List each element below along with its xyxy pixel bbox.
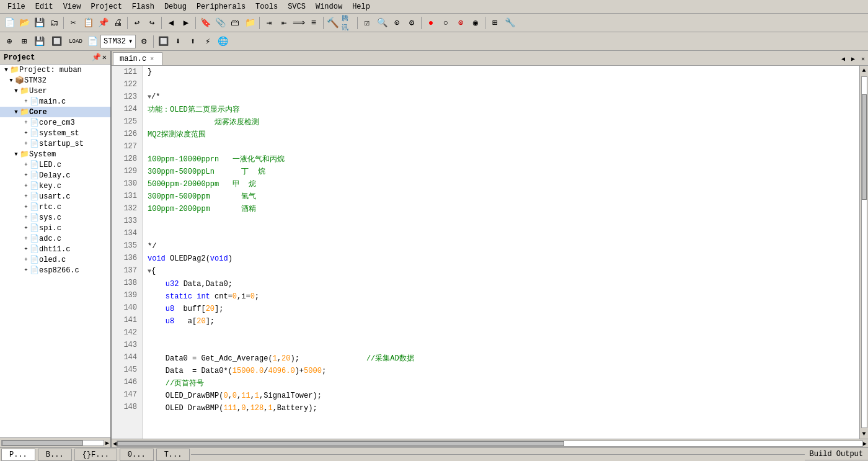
bottom-tab-0[interactable]: 0...: [120, 449, 154, 461]
menu-file[interactable]: File: [2, 1, 30, 12]
build-btn[interactable]: 🔨: [326, 16, 340, 30]
wrench-btn[interactable]: 🔧: [503, 16, 516, 30]
bookmark2-btn[interactable]: 📎: [213, 16, 227, 30]
bottom-tab-b[interactable]: B...: [38, 449, 72, 461]
expand-delay[interactable]: +: [22, 172, 30, 179]
scroll-right-btn[interactable]: ▶: [105, 439, 109, 447]
expand-rtc[interactable]: +: [22, 204, 30, 211]
tree-key[interactable]: + 📄 key.c: [0, 181, 110, 191]
code-content[interactable]: }▼/*功能：OLED第二页显示内容 烟雾浓度检测MQ2探测浓度范围100ppm…: [143, 66, 859, 439]
chip-btn[interactable]: 💾: [32, 35, 46, 48]
panel-close-btn[interactable]: ✕: [102, 53, 107, 62]
download-btn[interactable]: ⬇: [171, 35, 185, 48]
tree-main-c[interactable]: + 📄 main.c: [0, 96, 110, 107]
tree-sys[interactable]: + 📄 sys.c: [0, 212, 110, 223]
pause-btn[interactable]: ○: [439, 16, 453, 30]
bookmark4-btn[interactable]: 📁: [243, 16, 257, 30]
save-btn[interactable]: 💾: [32, 16, 46, 30]
menu-tools[interactable]: Tools: [250, 1, 283, 12]
run-btn[interactable]: ●: [424, 16, 438, 30]
menu-project[interactable]: Project: [86, 1, 126, 12]
undo-btn[interactable]: ↩: [130, 16, 144, 30]
tab-right-arrow[interactable]: ▶: [848, 53, 858, 65]
expand-root[interactable]: ▼: [2, 66, 10, 74]
outdent-btn[interactable]: ⇤: [277, 16, 291, 30]
settings-btn[interactable]: ⚙: [405, 16, 418, 30]
check-btn[interactable]: ☑: [360, 16, 374, 30]
file-btn[interactable]: 📄: [86, 35, 99, 48]
bottom-tab-t[interactable]: T...: [156, 449, 190, 461]
expand-spi[interactable]: +: [22, 225, 30, 232]
bottom-tab-f[interactable]: {}F...: [74, 449, 117, 461]
print-btn[interactable]: 🖨: [111, 16, 125, 30]
tree-user[interactable]: ▼ 📁 User: [0, 86, 110, 96]
settings2-btn[interactable]: ⚙: [137, 35, 151, 48]
find-btn[interactable]: 🔍: [375, 16, 389, 30]
v-scroll-track[interactable]: [861, 76, 867, 428]
expand-core-cm3[interactable]: +: [22, 119, 30, 127]
expand-usart[interactable]: +: [22, 193, 30, 200]
menu-edit[interactable]: Edit: [30, 1, 58, 12]
menu-help[interactable]: Help: [347, 1, 375, 12]
bookmark-btn[interactable]: 🔖: [198, 16, 212, 30]
h-scroll-track[interactable]: [117, 441, 863, 447]
nav-back-btn[interactable]: ◀: [164, 16, 178, 30]
project-dropdown[interactable]: STM32 ▾: [100, 35, 136, 48]
debug-btn[interactable]: ◉: [469, 16, 482, 30]
tree-rtc[interactable]: + 📄 rtc.c: [0, 202, 110, 212]
tab-main-c[interactable]: main.c ×: [113, 52, 162, 65]
tree-core-cm3[interactable]: + 📄 core_cm3: [0, 117, 110, 128]
build-output-tab[interactable]: Build Output: [805, 449, 868, 460]
tree-adc[interactable]: + 📄 adc.c: [0, 233, 110, 244]
tree-usart[interactable]: + 📄 usart.c: [0, 191, 110, 202]
qq-btn[interactable]: 腾讯: [341, 16, 355, 30]
add-btn[interactable]: ⊕: [2, 35, 16, 48]
tree-system-st[interactable]: + 📄 system_st: [0, 128, 110, 138]
comment-btn[interactable]: ≡: [307, 16, 321, 30]
config-btn[interactable]: ⊞: [488, 16, 502, 30]
copy-btn[interactable]: 📋: [81, 16, 95, 30]
expand-sys[interactable]: +: [22, 214, 30, 222]
expand-startup[interactable]: +: [22, 140, 30, 148]
expand-adc[interactable]: +: [22, 235, 30, 243]
panel-h-scroll[interactable]: [1, 440, 104, 446]
tree-root[interactable]: ▼ 📁 Project: muban: [0, 65, 110, 75]
load-btn[interactable]: LOAD: [67, 35, 84, 48]
target-btn[interactable]: ⊙: [390, 16, 404, 30]
expand-system[interactable]: ▼: [12, 151, 20, 158]
menu-debug[interactable]: Debug: [159, 1, 192, 12]
stop-btn[interactable]: ⊗: [454, 16, 467, 30]
pcb-btn[interactable]: 🔲: [156, 35, 170, 48]
expand-dht11[interactable]: +: [22, 246, 30, 253]
tree-dht11[interactable]: + 📄 dht11.c: [0, 244, 110, 254]
scroll-down-btn[interactable]: ▼: [861, 429, 867, 439]
chip2-btn[interactable]: 🔲: [47, 35, 66, 48]
tab-close-all[interactable]: ✕: [858, 53, 868, 65]
expand-key[interactable]: +: [22, 182, 30, 190]
tree-startup-st[interactable]: + 📄 startup_st: [0, 138, 110, 149]
globe-btn[interactable]: 🌐: [216, 35, 229, 48]
indent2-btn[interactable]: ⟹: [292, 16, 306, 30]
tree-stm32[interactable]: ▼ 📦 STM32: [0, 75, 110, 86]
expand-led[interactable]: +: [22, 161, 30, 169]
open-btn[interactable]: 📂: [17, 16, 31, 30]
scroll-up-btn[interactable]: ▲: [861, 66, 867, 75]
menu-flash[interactable]: Flash: [127, 1, 159, 12]
expand-main[interactable]: +: [22, 98, 30, 105]
panel-pin-btn[interactable]: 📌: [92, 53, 101, 62]
bookmark3-btn[interactable]: 🗃: [228, 16, 242, 30]
expand-user[interactable]: ▼: [12, 87, 20, 95]
menu-peripherals[interactable]: Peripherals: [192, 1, 250, 12]
tree-spi[interactable]: + 📄 spi.c: [0, 223, 110, 233]
indent-btn[interactable]: ⇥: [262, 16, 276, 30]
menu-svcs[interactable]: SVCS: [283, 1, 311, 12]
tree-esp8266[interactable]: + 📄 esp8266.c: [0, 265, 110, 275]
new-file-btn[interactable]: 📄: [2, 16, 16, 30]
expand-stm32[interactable]: ▼: [7, 77, 15, 84]
v-scrollbar[interactable]: ▲ ▼: [859, 66, 868, 439]
menu-window[interactable]: Window: [311, 1, 347, 12]
expand-esp8266[interactable]: +: [22, 267, 30, 274]
tree-led[interactable]: + 📄 LED.c: [0, 159, 110, 170]
tree-delay[interactable]: + 📄 Delay.c: [0, 170, 110, 181]
tab-close-btn[interactable]: ×: [150, 56, 154, 63]
